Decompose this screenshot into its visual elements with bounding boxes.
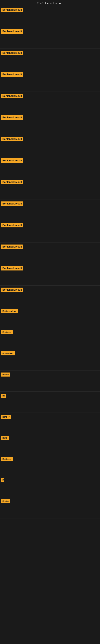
bottleneck-badge-15[interactable]: Bottleneck re <box>1 309 18 313</box>
row-spacer-16 <box>1 335 99 347</box>
result-row-11: Bottleneck result <box>0 221 100 242</box>
bottleneck-badge-7[interactable]: Bottleneck result <box>1 137 23 141</box>
row-spacer-22 <box>1 462 99 474</box>
bottleneck-badge-5[interactable]: Bottleneck result <box>1 94 23 98</box>
row-spacer-17 <box>1 356 99 368</box>
bottleneck-badge-23[interactable]: B <box>1 478 4 482</box>
row-spacer-23 <box>1 483 99 495</box>
bottleneck-badge-12[interactable]: Bottleneck result <box>1 244 23 249</box>
row-spacer-20 <box>1 420 99 432</box>
result-row-18: Bottle <box>0 370 100 392</box>
bottleneck-badge-4[interactable]: Bottleneck result <box>1 72 23 77</box>
row-spacer-12 <box>1 250 99 262</box>
row-spacer-3 <box>1 56 99 68</box>
row-spacer-21 <box>1 441 99 453</box>
bottleneck-badge-18[interactable]: Bottle <box>1 372 10 376</box>
result-row-21: Bottl <box>0 434 100 455</box>
bottleneck-badge-20[interactable]: Bottler <box>1 415 11 419</box>
bottleneck-badge-9[interactable]: Bottleneck result <box>1 180 23 184</box>
result-row-10: Bottleneck result <box>0 200 100 221</box>
row-spacer-6 <box>1 120 99 132</box>
result-row-23: B <box>0 476 100 497</box>
result-row-14: Bottleneck result <box>0 286 100 307</box>
row-spacer-8 <box>1 164 99 176</box>
row-spacer-2 <box>1 34 99 46</box>
bottleneck-badge-22[interactable]: Bottlene <box>1 457 13 461</box>
bottleneck-badge-24[interactable]: Bottle <box>1 499 10 503</box>
row-spacer-7 <box>1 142 99 154</box>
bottleneck-badge-11[interactable]: Bottleneck result <box>1 223 23 228</box>
result-row-20: Bottler <box>0 413 100 434</box>
bottleneck-badge-3[interactable]: Bottleneck result <box>1 51 23 55</box>
results-container: Bottleneck resultBottleneck resultBottle… <box>0 6 100 518</box>
result-row-1: Bottleneck result <box>0 6 100 27</box>
result-row-4: Bottleneck result <box>0 70 100 92</box>
result-row-3: Bottleneck result <box>0 49 100 70</box>
bottleneck-badge-13[interactable]: Bottleneck result <box>1 266 23 270</box>
row-spacer-13 <box>1 271 99 283</box>
result-row-2: Bottleneck result <box>0 27 100 49</box>
bottleneck-badge-6[interactable]: Bottleneck result <box>1 115 23 120</box>
result-row-13: Bottleneck result <box>0 264 100 286</box>
result-row-6: Bottleneck result <box>0 113 100 135</box>
result-row-22: Bottlene <box>0 455 100 476</box>
result-row-16: Bottlene <box>0 328 100 349</box>
bottleneck-badge-8[interactable]: Bottleneck result <box>1 158 23 163</box>
result-row-19: Bo <box>0 392 100 413</box>
result-row-15: Bottleneck re <box>0 307 100 328</box>
site-title: TheBottlenecker.com <box>0 0 100 6</box>
result-row-12: Bottleneck result <box>0 242 100 264</box>
row-spacer-10 <box>1 207 99 219</box>
row-spacer-5 <box>1 99 99 111</box>
bottleneck-badge-19[interactable]: Bo <box>1 394 6 398</box>
bottleneck-badge-21[interactable]: Bottl <box>1 436 9 440</box>
result-row-9: Bottleneck result <box>0 178 100 200</box>
result-row-17: Bottleneck <box>0 349 100 370</box>
bottleneck-badge-16[interactable]: Bottlene <box>1 330 13 334</box>
bottleneck-badge-17[interactable]: Bottleneck <box>1 352 15 356</box>
row-spacer-15 <box>1 314 99 326</box>
row-spacer-4 <box>1 78 99 90</box>
bottleneck-badge-1[interactable]: Bottleneck result <box>1 8 23 12</box>
row-spacer-1 <box>1 13 99 25</box>
bottleneck-badge-2[interactable]: Bottleneck result <box>1 29 23 34</box>
row-spacer-14 <box>1 293 99 305</box>
result-row-7: Bottleneck result <box>0 135 100 156</box>
row-spacer-24 <box>1 504 99 516</box>
bottleneck-badge-10[interactable]: Bottleneck result <box>1 202 23 206</box>
result-row-8: Bottleneck result <box>0 156 100 178</box>
result-row-5: Bottleneck result <box>0 92 100 113</box>
row-spacer-19 <box>1 398 99 410</box>
row-spacer-9 <box>1 185 99 197</box>
result-row-24: Bottle <box>0 497 100 518</box>
bottleneck-badge-14[interactable]: Bottleneck result <box>1 288 23 292</box>
row-spacer-18 <box>1 377 99 390</box>
row-spacer-11 <box>1 228 99 240</box>
